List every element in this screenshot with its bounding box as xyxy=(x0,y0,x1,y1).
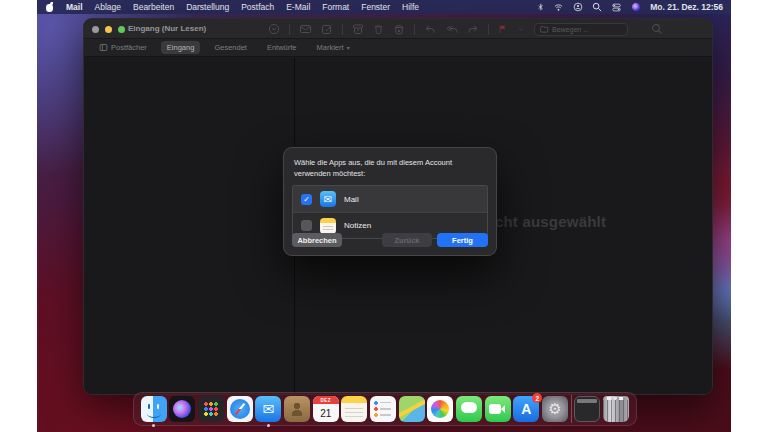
mail-toolbar: Bewegen ... xyxy=(268,19,663,39)
photos-icon[interactable] xyxy=(427,396,453,422)
forward-icon[interactable] xyxy=(467,23,479,35)
chevron-down-icon[interactable] xyxy=(517,25,525,33)
menu-item-format[interactable]: Format xyxy=(322,2,349,12)
get-mail-icon[interactable] xyxy=(299,23,312,35)
mail-icon[interactable]: ✉ xyxy=(255,396,281,422)
dock-separator xyxy=(571,395,572,423)
dialog-buttons: Abbrechen Zurück Fertig xyxy=(292,233,488,247)
notes-app-icon xyxy=(320,218,336,234)
facetime-icon[interactable] xyxy=(485,396,511,422)
favorites-item-markiert[interactable]: Markiert▾ xyxy=(311,41,356,54)
window-titlebar[interactable]: Eingang (Nur Lesen) Bewegen ... xyxy=(84,19,712,39)
menu-app-name[interactable]: Mail xyxy=(66,2,83,12)
notification-badge: 2 xyxy=(532,393,542,403)
messages-icon[interactable] xyxy=(456,396,482,422)
app-store-icon[interactable]: A2 xyxy=(513,396,539,422)
minimized-window-icon[interactable] xyxy=(574,396,600,422)
safari-icon[interactable] xyxy=(227,396,253,422)
favorites-item-label: Gesendet xyxy=(214,43,247,52)
menu-item-hilfe[interactable]: Hilfe xyxy=(402,2,419,12)
reminders-icon[interactable] xyxy=(370,396,396,422)
trash-icon[interactable] xyxy=(603,396,629,422)
maps-icon[interactable] xyxy=(399,396,425,422)
facetime-icon[interactable] xyxy=(485,396,511,422)
done-button[interactable]: Fertig xyxy=(437,233,488,247)
apple-logo-icon[interactable] xyxy=(45,2,54,12)
messages-icon[interactable] xyxy=(456,396,482,422)
menu-item-ablage[interactable]: Ablage xyxy=(95,2,121,12)
control-center-icon[interactable] xyxy=(611,2,622,12)
favorites-item-eingang[interactable]: Eingang xyxy=(161,41,201,54)
calendar-icon[interactable]: DEZ21 xyxy=(313,396,339,422)
flag-icon[interactable] xyxy=(498,23,508,35)
back-button[interactable]: Zurück xyxy=(382,233,432,247)
filter-icon[interactable] xyxy=(268,23,280,35)
menu-clock[interactable]: Mo. 21. Dez. 12:56 xyxy=(650,2,723,12)
notes-icon[interactable] xyxy=(341,396,367,422)
calendar-day: 21 xyxy=(313,404,339,422)
finder-icon[interactable] xyxy=(141,396,167,422)
toolbar-separator xyxy=(342,24,343,35)
siri-icon[interactable] xyxy=(631,2,641,12)
minimized-window-icon[interactable] xyxy=(574,396,600,422)
checkbox-mail[interactable]: ✓ xyxy=(301,194,312,205)
favorites-item-label: Postfächer xyxy=(111,43,147,52)
menu-item-darstellung[interactable]: Darstellung xyxy=(186,2,229,12)
calendar-icon[interactable]: DEZ21 xyxy=(313,396,339,422)
zoom-button[interactable] xyxy=(118,26,125,33)
menu-item-fenster[interactable]: Fenster xyxy=(361,2,390,12)
toolbar-separator xyxy=(289,24,290,35)
contacts-icon[interactable] xyxy=(284,396,310,422)
move-field-placeholder: Bewegen ... xyxy=(552,26,589,33)
reply-all-icon[interactable] xyxy=(445,23,458,35)
favorites-item-label: Markiert xyxy=(317,43,344,52)
app-list: ✓✉MailNotizen xyxy=(292,185,488,239)
minimize-button[interactable] xyxy=(105,26,112,33)
menu-item-bearbeiten[interactable]: Bearbeiten xyxy=(133,2,174,12)
bluetooth-icon[interactable] xyxy=(537,2,544,12)
notes-icon[interactable] xyxy=(341,396,367,422)
trash-icon[interactable] xyxy=(603,396,629,422)
menu-item-postfach[interactable]: Postfach xyxy=(241,2,274,12)
system-preferences-icon[interactable]: ⚙ xyxy=(542,396,568,422)
archive-icon[interactable] xyxy=(352,23,364,35)
mail-app-icon: ✉ xyxy=(320,191,336,207)
mac-screen: Mail AblageBearbeitenDarstellungPostfach… xyxy=(37,0,731,432)
mail-icon[interactable]: ✉ xyxy=(255,396,281,422)
reminders-icon[interactable] xyxy=(370,396,396,422)
favorites-item-postfcher[interactable]: Postfächer xyxy=(93,41,153,54)
menu-item-email[interactable]: E-Mail xyxy=(286,2,310,12)
compose-icon[interactable] xyxy=(321,23,333,35)
launchpad-icon[interactable] xyxy=(198,396,224,422)
dock: ✉DEZ21A2⚙ xyxy=(133,392,637,426)
favorites-item-gesendet[interactable]: Gesendet xyxy=(208,41,253,54)
maps-icon[interactable] xyxy=(399,396,425,422)
toolbar-separator xyxy=(488,24,489,35)
finder-icon[interactable] xyxy=(141,396,167,422)
reply-icon[interactable] xyxy=(424,23,436,35)
cancel-button[interactable]: Abbrechen xyxy=(292,233,342,247)
traffic-lights xyxy=(92,26,125,33)
close-button[interactable] xyxy=(92,26,99,33)
favorites-item-entwrfe[interactable]: Entwürfe xyxy=(261,41,303,54)
wifi-icon[interactable] xyxy=(553,2,564,12)
spotlight-icon[interactable] xyxy=(592,2,602,12)
photos-icon[interactable] xyxy=(427,396,453,422)
siri-icon[interactable] xyxy=(169,396,195,422)
siri-icon[interactable] xyxy=(169,396,195,422)
junk-icon[interactable] xyxy=(393,23,405,35)
contacts-icon[interactable] xyxy=(284,396,310,422)
system-preferences-icon[interactable]: ⚙ xyxy=(542,396,568,422)
search-icon[interactable] xyxy=(651,23,663,35)
mailboxes-sidebar-icon xyxy=(99,43,108,52)
dialog-message: Wähle die Apps aus, die du mit diesem Ac… xyxy=(292,158,488,179)
launchpad-icon[interactable] xyxy=(198,396,224,422)
trash-icon[interactable] xyxy=(373,23,384,35)
window-title: Eingang (Nur Lesen) xyxy=(128,19,206,39)
checkbox-notizen[interactable] xyxy=(301,220,312,231)
app-row-mail[interactable]: ✓✉Mail xyxy=(293,186,487,212)
user-icon[interactable] xyxy=(573,2,583,12)
safari-icon[interactable] xyxy=(227,396,253,422)
move-message-field[interactable]: Bewegen ... xyxy=(534,23,628,36)
running-indicator xyxy=(152,424,155,427)
